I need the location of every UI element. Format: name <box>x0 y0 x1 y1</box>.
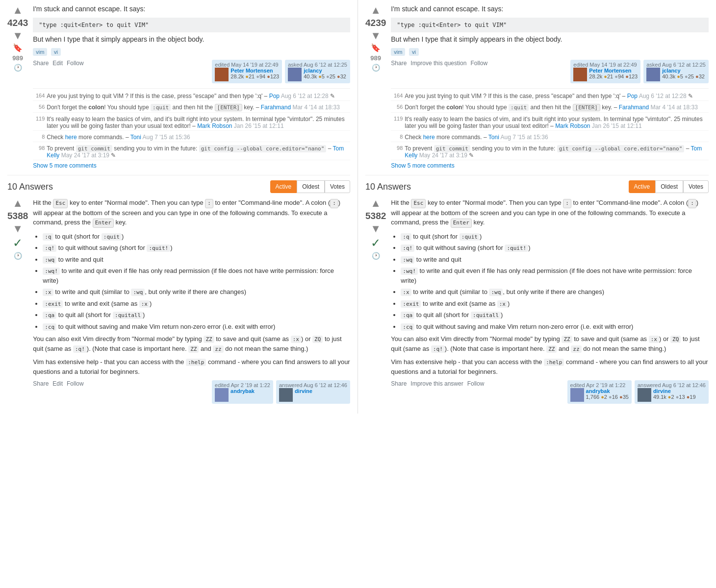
right-answer-editor-rep: 1,766 ●2 ●16 ●35 <box>586 394 629 400</box>
edit-link[interactable]: Edit <box>52 60 63 67</box>
right-comment-author-1[interactable]: Pop <box>627 93 638 99</box>
right-downvote-button[interactable]: ▼ <box>370 30 381 41</box>
right-cmd-q-bang: :q! to quit without saving (short for :q… <box>401 243 709 253</box>
right-answer-vote-count: 5382 <box>365 211 386 221</box>
downvote-button[interactable]: ▼ <box>12 30 23 41</box>
right-comment-date-1: Aug 6 '12 at 12:28 <box>639 93 687 99</box>
comment-vote-3: 119 <box>33 116 45 129</box>
right-show-more-comments[interactable]: Show 5 more comments <box>391 162 709 169</box>
right-comment-5: 98 To prevent git commit sending you to … <box>391 144 709 160</box>
right-improve-link[interactable]: Improve this question <box>410 60 466 67</box>
right-answer-answerer-info: dirvine 49.1k ●2 ●13 ●19 <box>638 388 706 402</box>
right-question-body-text: But when I type that it simply appears i… <box>391 35 709 43</box>
right-tag-vi[interactable]: vi <box>409 48 419 56</box>
right-sort-oldest[interactable]: Oldest <box>655 180 683 193</box>
right-bookmark-icon[interactable]: 🔖 <box>371 43 381 52</box>
share-link[interactable]: Share <box>33 60 49 67</box>
right-tag-vim[interactable]: vim <box>391 48 405 56</box>
comment-vote-4: 8 <box>33 134 45 141</box>
right-answer-answerer-name[interactable]: dirvine <box>653 388 696 394</box>
sort-active[interactable]: Active <box>270 180 297 193</box>
right-asker-name[interactable]: jclancy <box>662 68 705 74</box>
show-more-comments[interactable]: Show 5 more comments <box>33 162 350 169</box>
right-comment-author-4[interactable]: Toni <box>488 134 499 141</box>
right-comment-1: 164 Are you just trying to quit VIM ? If… <box>391 92 709 101</box>
right-asker-card: asked Aug 6 '12 at 12:25 jclancy 40.3k ●… <box>643 60 709 83</box>
answer-history-icon[interactable]: 🕐 <box>14 252 22 260</box>
right-answer-downvote[interactable]: ▼ <box>370 223 381 234</box>
answer-follow-link[interactable]: Follow <box>67 380 84 387</box>
right-cmd-exit: :exit to write and exit (same as :x) <box>401 299 709 309</box>
answer-vote-cell: ▲ 5388 ▼ ✓ 🕐 <box>7 198 28 404</box>
right-esc-key: Esc <box>411 199 426 208</box>
right-comment-body-1: Are you just trying to quit VIM ? If thi… <box>405 93 709 99</box>
answer-answerer-info: dirvine <box>279 388 347 402</box>
right-follow-link[interactable]: Follow <box>470 60 487 67</box>
right-comment-4: 8 Check here more commands. – Toni Aug 7… <box>391 133 709 142</box>
answer-downvote[interactable]: ▼ <box>12 223 23 234</box>
answer-share-link[interactable]: Share <box>33 380 49 387</box>
editor-name[interactable]: Peter Mortensen <box>230 68 279 74</box>
right-comment-vote-2: 56 <box>391 104 403 111</box>
follow-link[interactable]: Follow <box>67 60 84 67</box>
right-answer-improve-link[interactable]: Improve this answer <box>410 380 463 387</box>
right-editor-name[interactable]: Peter Mortensen <box>589 68 638 74</box>
question-tags: vim vi <box>33 48 350 56</box>
cmd-q: :q to quit (short for :quit) <box>43 232 350 242</box>
bookmark-icon[interactable]: 🔖 <box>13 43 23 52</box>
tag-vi[interactable]: vi <box>51 48 61 56</box>
answered-label: answered Aug 6 '12 at 12:46 <box>279 382 347 388</box>
right-question-actions: Share Improve this question Follow <box>391 60 487 67</box>
right-share-link[interactable]: Share <box>391 60 407 67</box>
comment-author-2[interactable]: Farahmand <box>261 104 291 111</box>
right-answer-share-link[interactable]: Share <box>391 380 407 387</box>
right-answer-answerer-details: dirvine 49.1k ●2 ●13 ●19 <box>653 388 696 400</box>
answer-actions: Share Edit Follow <box>33 380 83 387</box>
sort-votes[interactable]: Votes <box>325 180 350 193</box>
right-comment-body-4: Check here more commands. – Toni Aug 7 '… <box>405 134 709 141</box>
answer-edit-link[interactable]: Edit <box>52 380 63 387</box>
sort-oldest[interactable]: Oldest <box>297 180 325 193</box>
asker-name[interactable]: jclancy <box>304 68 346 74</box>
right-here-link[interactable]: here <box>423 134 435 141</box>
right-answer-editor-details: andrybak 1,766 ●2 ●16 ●35 <box>586 388 629 400</box>
right-answer-editor-name[interactable]: andrybak <box>586 388 629 394</box>
right-answer-follow-link[interactable]: Follow <box>467 380 485 387</box>
cmd-x: :x to write and quit (similar to :wq, bu… <box>43 287 350 297</box>
tag-vim[interactable]: vim <box>33 48 47 56</box>
right-answer-editor-card: edited Apr 2 '19 at 1:22 andrybak 1,766 … <box>567 380 632 404</box>
right-sort-votes[interactable]: Votes <box>683 180 709 193</box>
here-link[interactable]: here <box>65 134 77 141</box>
right-answer-upvote[interactable]: ▲ <box>370 198 381 209</box>
answer-upvote[interactable]: ▲ <box>12 198 23 209</box>
right-cmd-cq: :cq to quit without saving and make Vim … <box>401 322 709 332</box>
right-answer-text: Hit the Esc key to enter "Normal mode". … <box>391 198 709 376</box>
right-upvote-button[interactable]: ▲ <box>370 5 381 16</box>
question-code: "type :quit<Enter> to quit VIM" <box>33 18 350 32</box>
comment-body-1: Are you just trying to quit VIM ? If thi… <box>47 93 350 99</box>
right-sort-active[interactable]: Active <box>629 180 656 193</box>
answer-answerer-name[interactable]: dirvine <box>295 388 312 394</box>
comment-author-1[interactable]: Pop <box>269 93 280 99</box>
answer-editor-name[interactable]: andrybak <box>230 388 255 394</box>
right-cmd-wq: :wq to write and quit <box>401 255 709 265</box>
right-answer-post: ▲ 5382 ▼ ✓ 🕐 Hit the Esc key to enter "N… <box>365 198 709 404</box>
right-answer-history-icon[interactable]: 🕐 <box>372 252 380 260</box>
right-comment-author-2[interactable]: Farahmand <box>619 104 649 111</box>
right-comment-date-5: May 24 '17 at 3:19 <box>419 152 467 159</box>
page-container: ▲ 4243 ▼ 🔖 989 🕐 I'm stuck and cannot es… <box>0 0 716 414</box>
right-user-cards: edited May 14 '19 at 22:49 Peter Mortens… <box>570 60 709 83</box>
answer-edited-label: edited Apr 2 '19 at 1:22 <box>215 382 270 388</box>
right-question-footer: Share Improve this question Follow edite… <box>391 60 709 83</box>
upvote-button[interactable]: ▲ <box>12 5 23 16</box>
asker-info: jclancy 40.3k ●5 ●25 ●32 <box>288 68 347 81</box>
accepted-icon: ✓ <box>13 236 23 250</box>
right-cmd-qa: :qa to quit all (short for :quitall) <box>401 310 709 320</box>
history-icon[interactable]: 🕐 <box>14 64 22 72</box>
right-comment-date-2: Mar 4 '14 at 18:33 <box>650 104 697 111</box>
comment-author-3[interactable]: Mark Robson <box>197 122 232 129</box>
right-column: ▲ 4239 ▼ 🔖 989 🕐 I'm stuck and cannot es… <box>358 0 716 414</box>
comment-author-4[interactable]: Toni <box>130 134 141 141</box>
right-comment-author-3[interactable]: Mark Robson <box>555 122 590 129</box>
right-history-icon[interactable]: 🕐 <box>372 64 380 72</box>
